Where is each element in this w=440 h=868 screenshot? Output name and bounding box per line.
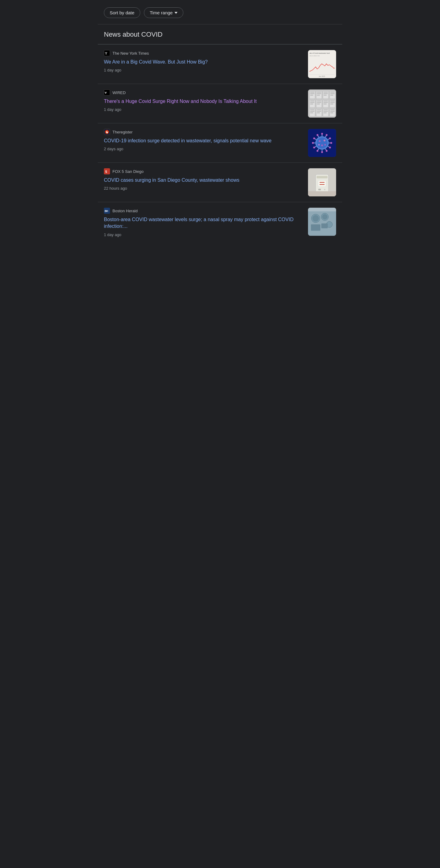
- svg-point-108: [313, 215, 319, 221]
- svg-rect-55: [330, 109, 334, 110]
- svg-text:Jan 2023: Jan 2023: [319, 75, 325, 77]
- svg-rect-51: [330, 100, 334, 101]
- svg-rect-103: [308, 191, 336, 196]
- news-item-nyt[interactable]: TThe New York TimesWe Are in a Big Covid…: [98, 44, 342, 84]
- news-headline: We Are in a Big Covid Wave. But Just How…: [104, 59, 303, 65]
- news-list: TThe New York TimesWe Are in a Big Covid…: [98, 44, 342, 243]
- svg-text:T: T: [105, 51, 108, 55]
- svg-rect-40: [324, 102, 328, 103]
- news-item-register[interactable]: ♞TheregisterCOVID-19 infection surge det…: [98, 123, 342, 162]
- svg-rect-17: [310, 103, 313, 104]
- svg-rect-113: [321, 223, 328, 228]
- sort-by-date-button[interactable]: Sort by date: [104, 7, 140, 18]
- svg-rect-11: [310, 92, 315, 93]
- svg-text:above solution line: above solution line: [310, 55, 320, 57]
- svg-rect-35: [324, 92, 328, 93]
- news-item-boston[interactable]: BHBoston HeraldBoston-area COVID wastewa…: [98, 202, 342, 243]
- svg-text:♞: ♞: [106, 131, 108, 134]
- svg-rect-57: [330, 113, 333, 113]
- svg-rect-13: [310, 95, 313, 96]
- news-headline: COVID cases surging in San Diego County,…: [104, 177, 303, 184]
- svg-text:88: 88: [318, 188, 321, 191]
- news-item-fox[interactable]: 5FOX 5 San DiegoCOVID cases surging in S…: [98, 162, 342, 202]
- svg-rect-106: [308, 208, 336, 236]
- svg-point-87: [329, 137, 331, 139]
- news-thumbnail: [308, 129, 336, 157]
- news-timestamp: 1 day ago: [104, 232, 303, 237]
- svg-point-67: [329, 147, 331, 149]
- svg-point-85: [326, 134, 328, 136]
- svg-rect-23: [317, 92, 321, 93]
- svg-rect-52: [330, 102, 334, 103]
- svg-point-91: [318, 144, 320, 146]
- svg-point-81: [317, 134, 318, 136]
- svg-point-90: [321, 145, 323, 146]
- news-thumbnail: 88 °F: [308, 168, 336, 196]
- source-row: 5FOX 5 San Diego: [104, 168, 303, 175]
- source-row: ♞Theregister: [104, 129, 303, 135]
- svg-rect-45: [324, 113, 327, 113]
- svg-point-63: [317, 137, 328, 149]
- news-timestamp: 1 day ago: [104, 68, 303, 72]
- source-row: BHBoston Herald: [104, 208, 303, 214]
- svg-rect-27: [317, 100, 321, 101]
- svg-text:BH: BH: [105, 210, 108, 213]
- source-row: ᗐWIRED: [104, 90, 303, 96]
- svg-point-110: [322, 214, 327, 219]
- svg-rect-33: [317, 113, 320, 113]
- svg-text:abc of Covid wastewater level: abc of Covid wastewater level: [310, 52, 330, 54]
- svg-rect-12: [310, 93, 315, 94]
- svg-point-79: [313, 137, 315, 139]
- toolbar: Sort by date Time range: [98, 0, 342, 24]
- news-thumbnail: abc of Covid wastewater level above solu…: [308, 50, 336, 78]
- svg-rect-48: [330, 93, 334, 94]
- news-content: ᗐWIREDThere's a Huge Covid Surge Right N…: [104, 90, 303, 112]
- svg-point-92: [324, 144, 326, 146]
- svg-text:5: 5: [106, 170, 107, 174]
- news-content: TThe New York TimesWe Are in a Big Covid…: [104, 50, 303, 72]
- news-timestamp: 22 hours ago: [104, 186, 303, 191]
- svg-point-65: [330, 142, 332, 144]
- svg-point-75: [313, 147, 315, 149]
- svg-text:ᗐ: ᗐ: [105, 91, 107, 94]
- svg-rect-43: [324, 109, 328, 110]
- svg-point-69: [326, 150, 328, 152]
- svg-rect-98: [318, 181, 326, 187]
- source-favicon: ♞: [104, 129, 110, 135]
- source-name: Boston Herald: [113, 209, 138, 213]
- svg-rect-31: [317, 109, 321, 110]
- news-content: ♞TheregisterCOVID-19 infection surge det…: [104, 129, 303, 151]
- time-range-label: Time range: [150, 10, 173, 15]
- svg-rect-28: [317, 102, 321, 103]
- news-timestamp: 1 day ago: [104, 107, 303, 112]
- svg-rect-44: [324, 111, 328, 112]
- time-range-button[interactable]: Time range: [144, 7, 183, 18]
- source-row: TThe New York Times: [104, 50, 303, 56]
- svg-point-83: [321, 133, 323, 135]
- svg-rect-56: [330, 111, 334, 112]
- source-favicon: ᗐ: [104, 90, 110, 96]
- news-thumbnail: [308, 208, 336, 236]
- section-title: News about COVID: [104, 31, 336, 38]
- svg-point-77: [312, 142, 314, 144]
- news-item-wired[interactable]: ᗐWIREDThere's a Huge Covid Surge Right N…: [98, 84, 342, 123]
- section-header: News about COVID: [98, 25, 342, 44]
- svg-rect-39: [324, 100, 328, 101]
- svg-point-73: [317, 150, 318, 152]
- svg-rect-49: [330, 95, 333, 96]
- svg-rect-24: [317, 93, 321, 94]
- source-favicon: BH: [104, 208, 110, 214]
- svg-text:°F: °F: [324, 189, 325, 191]
- svg-rect-53: [330, 103, 333, 104]
- news-content: BHBoston HeraldBoston-area COVID wastewa…: [104, 208, 303, 237]
- svg-point-88: [319, 140, 321, 142]
- svg-rect-15: [310, 100, 315, 101]
- source-favicon: T: [104, 50, 110, 56]
- svg-rect-29: [317, 103, 320, 104]
- source-name: WIRED: [113, 90, 125, 95]
- news-thumbnail: [308, 90, 336, 118]
- source-name: Theregister: [113, 130, 133, 134]
- chevron-down-icon: [174, 12, 178, 14]
- source-name: FOX 5 San Diego: [113, 169, 144, 174]
- svg-rect-21: [310, 113, 313, 113]
